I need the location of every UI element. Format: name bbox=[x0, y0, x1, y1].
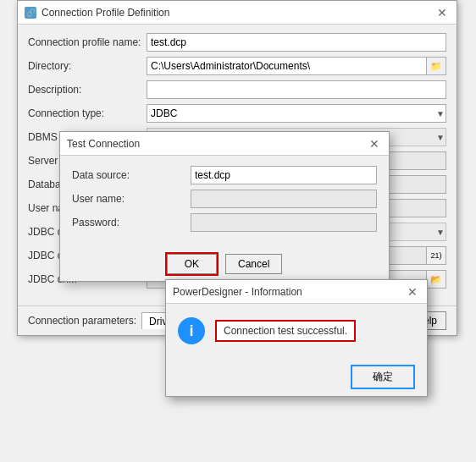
main-dialog-title: Connection Profile Definition bbox=[42, 7, 169, 19]
test-username-row: User name: bbox=[72, 190, 377, 208]
information-dialog: PowerDesigner - Information ✕ i Connecti… bbox=[165, 279, 428, 397]
info-dialog-body: i Connection test successful. bbox=[166, 304, 427, 358]
directory-browse-button[interactable]: 📁 bbox=[426, 57, 446, 75]
jdbc-connection-browse-button[interactable]: 21) bbox=[426, 246, 446, 265]
profile-name-label: Connection profile name: bbox=[28, 36, 147, 48]
info-confirm-button[interactable]: 确定 bbox=[351, 365, 415, 389]
test-password-input[interactable] bbox=[191, 213, 377, 232]
test-password-row: Password: bbox=[72, 213, 377, 232]
info-message: Connection test successful. bbox=[215, 320, 356, 342]
connection-type-select[interactable]: JDBC ODBC OLE DB bbox=[147, 104, 446, 123]
info-dialog-close-button[interactable]: ✕ bbox=[405, 284, 420, 300]
test-dialog-body: Data source: User name: Password: bbox=[60, 156, 389, 247]
test-datasource-input[interactable] bbox=[191, 166, 377, 184]
description-label: Description: bbox=[28, 84, 147, 96]
test-dialog-title: Test Connection bbox=[67, 138, 140, 150]
directory-label: Directory: bbox=[28, 60, 147, 72]
info-dialog-titlebar: PowerDesigner - Information ✕ bbox=[166, 280, 427, 304]
test-username-input[interactable] bbox=[191, 190, 377, 208]
directory-input[interactable] bbox=[147, 57, 426, 75]
description-row: Description: bbox=[28, 80, 446, 99]
test-dialog-close-button[interactable]: ✕ bbox=[367, 136, 382, 151]
test-dialog-ok-button[interactable]: OK bbox=[167, 254, 217, 274]
main-dialog-close-button[interactable]: ✕ bbox=[434, 5, 450, 20]
connection-params-label: Connection parameters: bbox=[28, 315, 136, 327]
description-input[interactable] bbox=[147, 80, 446, 99]
test-datasource-row: Data source: bbox=[72, 166, 377, 184]
info-dialog-footer: 确定 bbox=[166, 358, 427, 396]
info-icon: i bbox=[178, 317, 205, 344]
profile-name-row: Connection profile name: bbox=[28, 33, 446, 52]
test-datasource-label: Data source: bbox=[72, 169, 191, 181]
test-dialog-footer: OK Cancel bbox=[60, 247, 389, 281]
connection-type-row: Connection type: JDBC ODBC OLE DB ▼ bbox=[28, 104, 446, 123]
main-dialog-icon: 🔗 bbox=[25, 7, 36, 19]
test-dialog-titlebar: Test Connection ✕ bbox=[60, 132, 389, 156]
test-password-label: Password: bbox=[72, 217, 191, 228]
main-dialog-titlebar: 🔗 Connection Profile Definition ✕ bbox=[18, 1, 457, 25]
profile-name-input[interactable] bbox=[147, 33, 446, 52]
connection-type-select-wrapper: JDBC ODBC OLE DB ▼ bbox=[147, 104, 446, 123]
test-connection-dialog: Test Connection ✕ Data source: User name… bbox=[59, 131, 390, 282]
info-dialog-title: PowerDesigner - Information bbox=[173, 286, 302, 298]
connection-type-label: Connection type: bbox=[28, 107, 147, 119]
jdbc-driver-path-browse-button[interactable]: 📂 bbox=[426, 270, 446, 289]
info-symbol: i bbox=[189, 322, 193, 340]
directory-input-group: 📁 bbox=[147, 57, 446, 75]
directory-row: Directory: 📁 bbox=[28, 57, 446, 75]
test-username-label: User name: bbox=[72, 193, 191, 205]
test-dialog-cancel-button[interactable]: Cancel bbox=[225, 254, 282, 274]
